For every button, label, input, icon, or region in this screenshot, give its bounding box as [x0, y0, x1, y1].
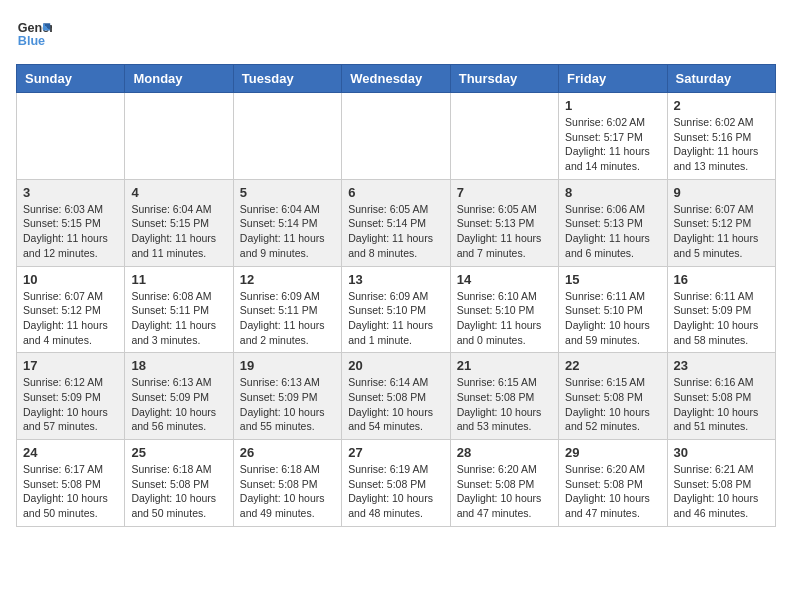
day-info: Sunrise: 6:20 AMSunset: 5:08 PMDaylight:… [457, 462, 552, 521]
day-number: 11 [131, 272, 226, 287]
calendar-cell: 18Sunrise: 6:13 AMSunset: 5:09 PMDayligh… [125, 353, 233, 440]
weekday-header-monday: Monday [125, 65, 233, 93]
calendar-cell: 2Sunrise: 6:02 AMSunset: 5:16 PMDaylight… [667, 93, 775, 180]
day-info: Sunrise: 6:20 AMSunset: 5:08 PMDaylight:… [565, 462, 660, 521]
day-number: 17 [23, 358, 118, 373]
day-info: Sunrise: 6:02 AMSunset: 5:17 PMDaylight:… [565, 115, 660, 174]
day-number: 21 [457, 358, 552, 373]
day-number: 4 [131, 185, 226, 200]
logo-icon: General Blue [16, 16, 52, 52]
weekday-header-saturday: Saturday [667, 65, 775, 93]
day-info: Sunrise: 6:14 AMSunset: 5:08 PMDaylight:… [348, 375, 443, 434]
day-number: 2 [674, 98, 769, 113]
day-info: Sunrise: 6:21 AMSunset: 5:08 PMDaylight:… [674, 462, 769, 521]
calendar-cell: 6Sunrise: 6:05 AMSunset: 5:14 PMDaylight… [342, 179, 450, 266]
day-info: Sunrise: 6:16 AMSunset: 5:08 PMDaylight:… [674, 375, 769, 434]
day-info: Sunrise: 6:10 AMSunset: 5:10 PMDaylight:… [457, 289, 552, 348]
day-info: Sunrise: 6:07 AMSunset: 5:12 PMDaylight:… [23, 289, 118, 348]
day-number: 10 [23, 272, 118, 287]
calendar-cell: 20Sunrise: 6:14 AMSunset: 5:08 PMDayligh… [342, 353, 450, 440]
calendar-cell [342, 93, 450, 180]
day-info: Sunrise: 6:12 AMSunset: 5:09 PMDaylight:… [23, 375, 118, 434]
calendar-cell: 30Sunrise: 6:21 AMSunset: 5:08 PMDayligh… [667, 440, 775, 527]
day-number: 23 [674, 358, 769, 373]
calendar-cell: 27Sunrise: 6:19 AMSunset: 5:08 PMDayligh… [342, 440, 450, 527]
calendar-cell: 9Sunrise: 6:07 AMSunset: 5:12 PMDaylight… [667, 179, 775, 266]
calendar-cell: 26Sunrise: 6:18 AMSunset: 5:08 PMDayligh… [233, 440, 341, 527]
calendar-cell [125, 93, 233, 180]
calendar-cell: 17Sunrise: 6:12 AMSunset: 5:09 PMDayligh… [17, 353, 125, 440]
day-info: Sunrise: 6:06 AMSunset: 5:13 PMDaylight:… [565, 202, 660, 261]
calendar-week-5: 24Sunrise: 6:17 AMSunset: 5:08 PMDayligh… [17, 440, 776, 527]
day-info: Sunrise: 6:15 AMSunset: 5:08 PMDaylight:… [565, 375, 660, 434]
weekday-header-sunday: Sunday [17, 65, 125, 93]
calendar-cell: 7Sunrise: 6:05 AMSunset: 5:13 PMDaylight… [450, 179, 558, 266]
weekday-header-tuesday: Tuesday [233, 65, 341, 93]
calendar-cell: 13Sunrise: 6:09 AMSunset: 5:10 PMDayligh… [342, 266, 450, 353]
calendar-cell: 24Sunrise: 6:17 AMSunset: 5:08 PMDayligh… [17, 440, 125, 527]
calendar-cell: 21Sunrise: 6:15 AMSunset: 5:08 PMDayligh… [450, 353, 558, 440]
calendar-cell: 16Sunrise: 6:11 AMSunset: 5:09 PMDayligh… [667, 266, 775, 353]
day-info: Sunrise: 6:11 AMSunset: 5:09 PMDaylight:… [674, 289, 769, 348]
day-info: Sunrise: 6:17 AMSunset: 5:08 PMDaylight:… [23, 462, 118, 521]
calendar-cell: 4Sunrise: 6:04 AMSunset: 5:15 PMDaylight… [125, 179, 233, 266]
calendar-cell: 10Sunrise: 6:07 AMSunset: 5:12 PMDayligh… [17, 266, 125, 353]
svg-text:Blue: Blue [18, 34, 45, 48]
calendar-cell [233, 93, 341, 180]
calendar-cell [450, 93, 558, 180]
calendar-week-1: 1Sunrise: 6:02 AMSunset: 5:17 PMDaylight… [17, 93, 776, 180]
day-number: 29 [565, 445, 660, 460]
calendar-cell: 12Sunrise: 6:09 AMSunset: 5:11 PMDayligh… [233, 266, 341, 353]
day-number: 22 [565, 358, 660, 373]
day-info: Sunrise: 6:05 AMSunset: 5:13 PMDaylight:… [457, 202, 552, 261]
day-number: 25 [131, 445, 226, 460]
day-number: 15 [565, 272, 660, 287]
weekday-header-wednesday: Wednesday [342, 65, 450, 93]
day-info: Sunrise: 6:13 AMSunset: 5:09 PMDaylight:… [131, 375, 226, 434]
day-info: Sunrise: 6:03 AMSunset: 5:15 PMDaylight:… [23, 202, 118, 261]
day-info: Sunrise: 6:02 AMSunset: 5:16 PMDaylight:… [674, 115, 769, 174]
day-info: Sunrise: 6:13 AMSunset: 5:09 PMDaylight:… [240, 375, 335, 434]
day-number: 19 [240, 358, 335, 373]
day-number: 26 [240, 445, 335, 460]
day-number: 9 [674, 185, 769, 200]
day-info: Sunrise: 6:18 AMSunset: 5:08 PMDaylight:… [131, 462, 226, 521]
calendar-cell: 23Sunrise: 6:16 AMSunset: 5:08 PMDayligh… [667, 353, 775, 440]
calendar-cell: 3Sunrise: 6:03 AMSunset: 5:15 PMDaylight… [17, 179, 125, 266]
calendar-week-2: 3Sunrise: 6:03 AMSunset: 5:15 PMDaylight… [17, 179, 776, 266]
day-info: Sunrise: 6:09 AMSunset: 5:10 PMDaylight:… [348, 289, 443, 348]
day-info: Sunrise: 6:15 AMSunset: 5:08 PMDaylight:… [457, 375, 552, 434]
day-info: Sunrise: 6:18 AMSunset: 5:08 PMDaylight:… [240, 462, 335, 521]
weekday-header-thursday: Thursday [450, 65, 558, 93]
calendar-header-row: SundayMondayTuesdayWednesdayThursdayFrid… [17, 65, 776, 93]
day-number: 24 [23, 445, 118, 460]
day-info: Sunrise: 6:07 AMSunset: 5:12 PMDaylight:… [674, 202, 769, 261]
day-number: 28 [457, 445, 552, 460]
calendar-cell: 19Sunrise: 6:13 AMSunset: 5:09 PMDayligh… [233, 353, 341, 440]
day-number: 13 [348, 272, 443, 287]
page-header: General Blue [16, 16, 776, 52]
day-number: 12 [240, 272, 335, 287]
day-info: Sunrise: 6:05 AMSunset: 5:14 PMDaylight:… [348, 202, 443, 261]
day-number: 8 [565, 185, 660, 200]
calendar-cell: 25Sunrise: 6:18 AMSunset: 5:08 PMDayligh… [125, 440, 233, 527]
calendar-cell: 8Sunrise: 6:06 AMSunset: 5:13 PMDaylight… [559, 179, 667, 266]
calendar-cell: 22Sunrise: 6:15 AMSunset: 5:08 PMDayligh… [559, 353, 667, 440]
day-info: Sunrise: 6:19 AMSunset: 5:08 PMDaylight:… [348, 462, 443, 521]
day-info: Sunrise: 6:04 AMSunset: 5:15 PMDaylight:… [131, 202, 226, 261]
day-number: 16 [674, 272, 769, 287]
calendar-cell: 1Sunrise: 6:02 AMSunset: 5:17 PMDaylight… [559, 93, 667, 180]
day-number: 18 [131, 358, 226, 373]
day-info: Sunrise: 6:09 AMSunset: 5:11 PMDaylight:… [240, 289, 335, 348]
day-number: 27 [348, 445, 443, 460]
day-info: Sunrise: 6:08 AMSunset: 5:11 PMDaylight:… [131, 289, 226, 348]
calendar-cell: 11Sunrise: 6:08 AMSunset: 5:11 PMDayligh… [125, 266, 233, 353]
calendar-cell: 28Sunrise: 6:20 AMSunset: 5:08 PMDayligh… [450, 440, 558, 527]
day-number: 30 [674, 445, 769, 460]
day-info: Sunrise: 6:11 AMSunset: 5:10 PMDaylight:… [565, 289, 660, 348]
day-number: 6 [348, 185, 443, 200]
day-number: 3 [23, 185, 118, 200]
day-number: 7 [457, 185, 552, 200]
calendar-cell [17, 93, 125, 180]
day-info: Sunrise: 6:04 AMSunset: 5:14 PMDaylight:… [240, 202, 335, 261]
